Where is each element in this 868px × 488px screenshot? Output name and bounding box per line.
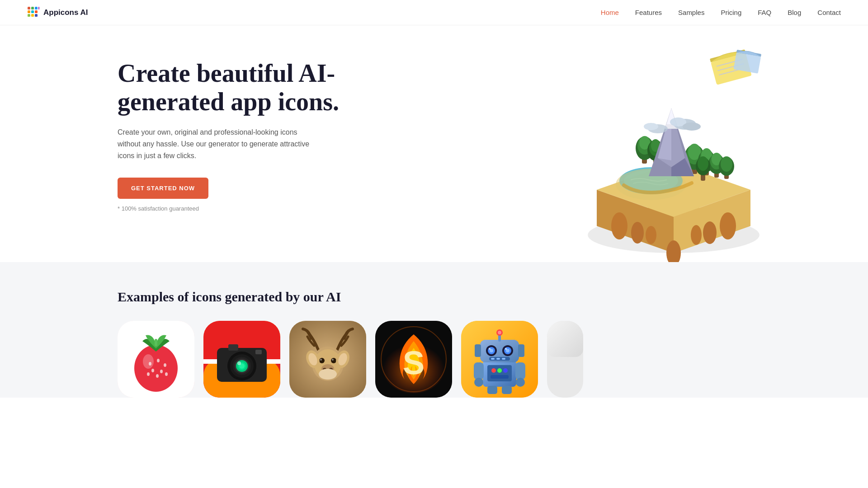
svg-point-27 [703, 221, 717, 244]
svg-point-75 [160, 370, 163, 373]
guarantee-text: * 100% satisfaction guaranteed [118, 205, 353, 212]
examples-section: Examples of icons generated by our AI [0, 262, 868, 398]
svg-rect-143 [518, 344, 524, 357]
svg-point-77 [147, 372, 150, 376]
svg-rect-137 [496, 358, 500, 360]
hero-subtitle: Create your own, original and profession… [118, 127, 316, 161]
nav-features[interactable]: Features [635, 9, 662, 16]
svg-rect-144 [487, 386, 497, 394]
svg-rect-5 [31, 10, 34, 13]
nav-pricing[interactable]: Pricing [721, 9, 741, 16]
svg-point-46 [721, 156, 732, 172]
brand-name: Appicons AI [43, 8, 88, 17]
app-icon-strawberry[interactable] [118, 321, 194, 398]
nav-blog[interactable]: Blog [788, 9, 801, 16]
svg-point-134 [505, 348, 507, 350]
svg-rect-94 [255, 350, 262, 354]
app-icon-robot[interactable] [461, 321, 538, 398]
svg-point-49 [698, 156, 708, 171]
svg-point-74 [151, 369, 154, 372]
appicons-logo-icon [27, 6, 40, 19]
svg-point-24 [646, 226, 656, 244]
svg-rect-136 [491, 358, 495, 360]
svg-point-102 [332, 359, 334, 361]
svg-point-22 [611, 212, 627, 239]
nav-home[interactable]: Home [601, 9, 619, 16]
svg-rect-1 [31, 7, 34, 9]
svg-point-70 [134, 345, 178, 392]
svg-point-101 [320, 359, 322, 361]
svg-rect-93 [228, 344, 238, 351]
navbar: Appicons AI Home Features Samples Pricin… [0, 0, 868, 25]
svg-rect-7 [28, 14, 30, 17]
svg-point-72 [157, 359, 160, 362]
svg-point-133 [489, 348, 491, 350]
nav-contact[interactable]: Contact [817, 9, 841, 16]
svg-rect-3 [38, 7, 39, 9]
svg-point-68 [644, 123, 658, 130]
svg-point-99 [319, 358, 325, 363]
hero-text: Create beautiful AI-generated app icons.… [118, 59, 353, 212]
svg-point-100 [331, 358, 336, 363]
hero-title: Create beautiful AI-generated app icons. [118, 59, 353, 116]
nav-faq[interactable]: FAQ [758, 9, 771, 16]
svg-point-141 [498, 331, 501, 334]
svg-point-122 [497, 368, 502, 373]
svg-point-92 [237, 361, 241, 365]
app-icon-deer[interactable] [289, 321, 366, 398]
island-svg [561, 45, 787, 262]
app-icon-camera[interactable] [203, 321, 280, 398]
icons-row: S S [118, 321, 750, 398]
svg-point-149 [516, 378, 525, 387]
app-icon-partial[interactable] [547, 321, 583, 398]
examples-title: Examples of icons generated by our AI [118, 289, 750, 305]
svg-rect-145 [502, 386, 512, 394]
svg-rect-151 [547, 321, 583, 357]
brand-logo[interactable]: Appicons AI [27, 6, 88, 19]
svg-rect-138 [502, 358, 505, 360]
svg-point-79 [143, 354, 154, 369]
nav-links: Home Features Samples Pricing FAQ Blog C… [601, 9, 841, 17]
svg-point-28 [720, 212, 736, 239]
svg-rect-4 [28, 10, 30, 13]
svg-point-76 [156, 374, 159, 378]
svg-point-148 [474, 378, 483, 387]
svg-point-23 [631, 222, 644, 244]
svg-rect-147 [515, 362, 525, 380]
svg-point-26 [691, 225, 702, 245]
svg-rect-9 [35, 14, 38, 17]
svg-rect-0 [28, 7, 30, 9]
app-icon-flame[interactable]: S S [375, 321, 452, 398]
svg-point-78 [165, 372, 168, 376]
svg-rect-146 [474, 362, 484, 380]
svg-rect-6 [35, 10, 38, 13]
svg-text:S: S [403, 345, 425, 381]
svg-rect-2 [35, 7, 38, 9]
svg-point-123 [503, 368, 508, 373]
svg-rect-80 [155, 339, 157, 346]
svg-point-110 [319, 369, 337, 380]
svg-point-121 [491, 368, 496, 373]
nav-samples[interactable]: Samples [678, 9, 704, 16]
svg-rect-120 [487, 365, 512, 381]
hero-section: Create beautiful AI-generated app icons.… [0, 0, 868, 262]
get-started-button[interactable]: GET STARTED NOW [118, 178, 208, 199]
svg-point-73 [164, 363, 166, 367]
svg-rect-124 [491, 375, 509, 379]
hero-illustration [561, 45, 750, 226]
svg-rect-8 [31, 14, 34, 17]
svg-point-66 [683, 122, 701, 131]
svg-rect-142 [475, 344, 481, 357]
